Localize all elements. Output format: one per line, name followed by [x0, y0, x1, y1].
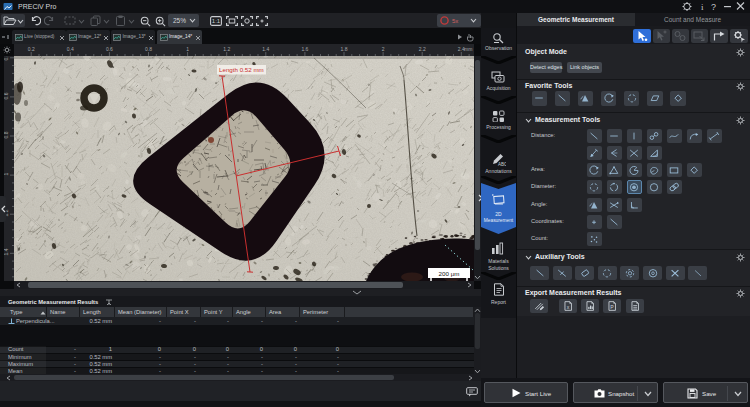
svg-text:P: P — [611, 304, 615, 310]
svg-text:0.4: 0.4 — [67, 46, 74, 52]
svg-text:1.4: 1.4 — [4, 248, 9, 255]
svg-text:1.4: 1.4 — [262, 46, 269, 52]
svg-text:1.8: 1.8 — [341, 46, 348, 52]
svg-text:mm: mm — [464, 46, 472, 52]
svg-text:1.2: 1.2 — [223, 46, 230, 52]
svg-text:2.2: 2.2 — [419, 46, 426, 52]
svg-text:1: 1 — [4, 172, 9, 175]
svg-text:0.6: 0.6 — [106, 46, 113, 52]
svg-text:0.2: 0.2 — [28, 46, 35, 52]
svg-text:?: ? — [711, 2, 716, 12]
svg-text:200 μm: 200 μm — [439, 270, 460, 277]
svg-text:i: i — [701, 2, 704, 12]
svg-text:0.6: 0.6 — [4, 92, 9, 99]
svg-text:0.8: 0.8 — [4, 131, 9, 138]
svg-text:0.4: 0.4 — [4, 56, 9, 60]
svg-text:1.6: 1.6 — [301, 46, 308, 52]
svg-text:Length 0.52 mm: Length 0.52 mm — [219, 66, 264, 73]
svg-text:1: 1 — [186, 46, 189, 52]
svg-text:0.8: 0.8 — [145, 46, 152, 52]
svg-text:1:1: 1:1 — [212, 18, 221, 24]
svg-text:2: 2 — [382, 46, 385, 52]
svg-text:ABC: ABC — [498, 162, 506, 167]
svg-text:x: x — [566, 304, 569, 310]
